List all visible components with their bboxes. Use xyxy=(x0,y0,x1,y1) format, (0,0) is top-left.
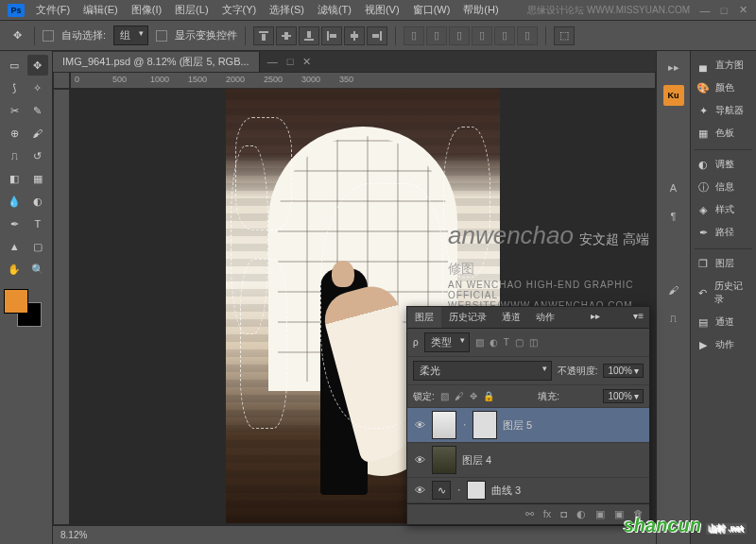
layer-row[interactable]: 👁 ⬝ 图层 5 xyxy=(407,408,649,443)
lock-pixels-icon[interactable]: 🖌 xyxy=(455,391,464,401)
distribute-top-icon[interactable]: ▯ xyxy=(404,26,424,45)
brush-tool-icon[interactable]: 🖌 xyxy=(27,123,49,144)
close-icon[interactable]: ✕ xyxy=(737,5,748,16)
zoom-tool-icon[interactable]: 🔍 xyxy=(27,259,49,280)
menu-select[interactable]: 选择(S) xyxy=(264,0,310,20)
eraser-tool-icon[interactable]: ◧ xyxy=(4,168,26,189)
menu-help[interactable]: 帮助(H) xyxy=(457,0,504,20)
filter-pixel-icon[interactable]: ▧ xyxy=(475,337,484,348)
character-panel-icon[interactable]: A xyxy=(663,178,684,198)
gradient-tool-icon[interactable]: ▦ xyxy=(27,168,49,189)
mask-link-icon[interactable]: ⬝ xyxy=(462,420,467,430)
actions-tab[interactable]: 动作 xyxy=(528,307,562,328)
eyedropper-tool-icon[interactable]: ✎ xyxy=(27,100,49,121)
dodge-tool-icon[interactable]: ◐ xyxy=(27,191,49,212)
panel-menu-icon[interactable]: ▾≡ xyxy=(627,307,649,328)
distribute-bottom-icon[interactable]: ▯ xyxy=(449,26,470,45)
show-transform-checkbox[interactable] xyxy=(156,30,167,42)
panel-tab-navigator[interactable]: ✦导航器 xyxy=(695,100,752,121)
menu-image[interactable]: 图像(I) xyxy=(126,0,167,20)
align-hcenter-icon[interactable] xyxy=(344,26,365,45)
fill-input[interactable]: 100%▾ xyxy=(603,389,644,403)
blend-mode-dropdown[interactable]: 柔光 xyxy=(413,361,552,381)
lasso-tool-icon[interactable]: ⟆ xyxy=(4,77,26,98)
marquee-tool-icon[interactable]: ▭ xyxy=(4,55,26,76)
auto-select-checkbox[interactable] xyxy=(43,30,54,42)
auto-select-target-dropdown[interactable]: 组 xyxy=(113,26,148,45)
visibility-toggle-icon[interactable]: 👁 xyxy=(413,418,426,432)
layer-thumbnail[interactable] xyxy=(432,446,456,474)
channels-tab[interactable]: 通道 xyxy=(494,307,528,328)
magic-wand-tool-icon[interactable]: ✧ xyxy=(27,77,49,98)
align-top-icon[interactable] xyxy=(253,26,274,45)
distribute-right-icon[interactable]: ▯ xyxy=(517,26,538,45)
blur-tool-icon[interactable]: 💧 xyxy=(4,191,26,212)
kuler-icon[interactable]: Ku xyxy=(663,85,684,106)
panel-tab-adjustments[interactable]: ◐调整 xyxy=(695,149,752,175)
add-mask-icon[interactable]: ◘ xyxy=(560,508,567,520)
panel-tab-color[interactable]: 🎨颜色 xyxy=(695,77,752,98)
distribute-left-icon[interactable]: ▯ xyxy=(472,26,492,45)
menu-filter[interactable]: 滤镜(T) xyxy=(312,0,357,20)
layer-row[interactable]: 👁 图层 4 xyxy=(407,443,649,478)
visibility-toggle-icon[interactable]: 👁 xyxy=(413,453,426,467)
minimize-icon[interactable]: — xyxy=(699,5,711,16)
menu-type[interactable]: 文字(Y) xyxy=(216,0,263,20)
tab-close-icon[interactable]: ✕ xyxy=(302,56,311,68)
pen-tool-icon[interactable]: ✒ xyxy=(4,213,26,234)
panel-tab-channels[interactable]: ▤通道 xyxy=(695,312,752,332)
document-tab[interactable]: IMG_9641.psd @ 8.12% (图层 5, RGB... xyxy=(53,52,260,72)
zoom-level[interactable]: 8.12% xyxy=(60,530,87,540)
distribute-hcenter-icon[interactable]: ▯ xyxy=(494,26,515,45)
menu-file[interactable]: 文件(F) xyxy=(30,0,76,20)
align-bottom-icon[interactable] xyxy=(299,26,319,45)
panel-collapse-icon[interactable]: ▸▸ xyxy=(585,307,606,328)
tab-minimize-icon[interactable]: — xyxy=(267,56,278,68)
align-vcenter-icon[interactable] xyxy=(276,26,297,45)
healing-tool-icon[interactable]: ⊕ xyxy=(4,123,26,144)
menu-view[interactable]: 视图(V) xyxy=(359,0,405,20)
mask-thumbnail[interactable] xyxy=(467,481,486,500)
lock-all-icon[interactable]: 🔒 xyxy=(483,391,494,401)
visibility-toggle-icon[interactable]: 👁 xyxy=(413,484,426,497)
layer-row[interactable]: 👁 ∿ ⬝ 曲线 3 xyxy=(407,478,649,503)
link-layers-icon[interactable]: ⚯ xyxy=(525,508,534,520)
panel-tab-styles[interactable]: ◈样式 xyxy=(695,199,752,220)
filter-shape-icon[interactable]: ▢ xyxy=(515,337,524,348)
paragraph-panel-icon[interactable]: ¶ xyxy=(663,206,684,227)
panel-tab-actions[interactable]: ▶动作 xyxy=(695,334,752,355)
menu-window[interactable]: 窗口(W) xyxy=(407,0,456,20)
crop-tool-icon[interactable]: ✂ xyxy=(4,100,26,121)
hand-tool-icon[interactable]: ✋ xyxy=(4,259,26,280)
opacity-input[interactable]: 100%▾ xyxy=(603,364,644,378)
new-group-icon[interactable]: ▣ xyxy=(595,508,605,520)
layer-name[interactable]: 曲线 3 xyxy=(491,484,521,498)
clone-panel-icon[interactable]: ⎍ xyxy=(663,308,684,329)
layer-name[interactable]: 图层 4 xyxy=(462,453,491,468)
adjustment-thumbnail[interactable]: ∿ xyxy=(432,481,451,500)
mask-thumbnail[interactable] xyxy=(472,411,497,439)
ruler-origin[interactable] xyxy=(53,72,70,89)
align-right-icon[interactable] xyxy=(367,26,387,45)
expand-dock-icon[interactable]: ▸▸ xyxy=(663,57,684,77)
layers-tab[interactable]: 图层 xyxy=(407,307,441,328)
menu-edit[interactable]: 编辑(E) xyxy=(77,0,124,20)
layer-thumbnail[interactable] xyxy=(432,411,456,439)
layer-fx-icon[interactable]: fx xyxy=(543,508,552,520)
new-layer-icon[interactable]: ▣ xyxy=(614,508,624,520)
new-adjustment-icon[interactable]: ◐ xyxy=(576,508,586,520)
filter-adjust-icon[interactable]: ◐ xyxy=(490,337,498,348)
menu-layer[interactable]: 图层(L) xyxy=(169,0,214,20)
foreground-color-swatch[interactable] xyxy=(4,289,28,314)
history-brush-tool-icon[interactable]: ↺ xyxy=(27,145,49,166)
brush-panel-icon[interactable]: 🖌 xyxy=(663,280,684,300)
tab-restore-icon[interactable]: □ xyxy=(287,56,294,68)
panel-tab-layers[interactable]: ❐图层 xyxy=(695,248,752,274)
distribute-vcenter-icon[interactable]: ▯ xyxy=(426,26,447,45)
filter-smart-icon[interactable]: ◫ xyxy=(529,337,538,348)
panel-tab-history[interactable]: ↶历史记录 xyxy=(695,276,752,310)
align-left-icon[interactable] xyxy=(321,26,342,45)
stamp-tool-icon[interactable]: ⎍ xyxy=(4,145,26,166)
horizontal-ruler[interactable]: 0 500 1000 1500 2000 2500 3000 350 xyxy=(70,72,656,89)
3d-mode-icon[interactable]: ⬚ xyxy=(554,26,575,45)
